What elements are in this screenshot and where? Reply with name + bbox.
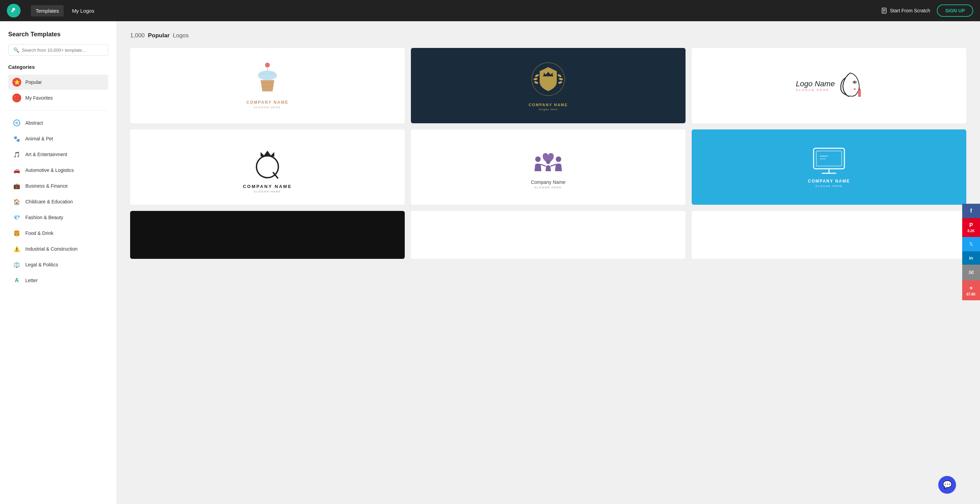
facebook-icon: f [970,208,972,214]
svg-point-16 [533,78,538,81]
industrial-icon: ⚠️ [12,245,21,253]
favorites-label: My Favorites [25,95,53,101]
fashion-icon: 💎 [12,213,21,222]
logo-card-family[interactable]: Company Name SLOGAN HERE [411,129,686,205]
food-label: Food & Drink [25,231,53,236]
results-count: 1,000 [130,32,145,39]
twitter-icon: 𝕏 [969,241,973,247]
queen-graphic [248,141,286,182]
animal-pet-label: Animal & Pet [25,136,53,142]
divider [8,110,108,111]
beauty-slogan: SLOGAN HERE [796,88,829,92]
svg-point-18 [557,74,562,77]
sidebar-item-childcare[interactable]: 🏠 Childcare & Education [8,194,108,209]
linkedin-icon: in [969,256,973,261]
email-icon: ✉ [969,269,974,276]
twitter-share-button[interactable]: 𝕏 [962,237,980,251]
main-content: 1,000 Popular Logos [116,21,980,504]
letter-icon: A [12,276,21,285]
search-icon: 🔍 [13,47,19,53]
family-graphic [528,146,569,178]
sidebar-item-art[interactable]: 🎵 Art & Entertainment [8,147,108,162]
layout: Search Templates 🔍 Categories ⭐ Popular … [0,21,980,504]
sidebar: Search Templates 🔍 Categories ⭐ Popular … [0,21,116,504]
sidebar-item-popular[interactable]: ⭐ Popular [8,75,108,90]
popular-icon: ⭐ [12,78,21,87]
svg-point-28 [546,160,550,164]
more-count: 67.8K [967,293,976,296]
sidebar-item-animal-pet[interactable]: 🐾 Animal & Pet [8,131,108,146]
cupcake-graphic [252,62,283,97]
logo-card-queen[interactable]: COMPANY NAME SLOGAN HERE [130,129,405,205]
signup-button[interactable]: SIGN UP [937,5,973,17]
cupcake-company: COMPANY NAME [247,100,289,105]
svg-marker-24 [858,87,861,90]
sidebar-item-favorites[interactable]: ❤️ My Favorites [8,91,108,105]
shield-slogan: Slogan Here [539,108,557,111]
svg-line-31 [551,164,556,166]
abstract-icon [12,118,21,127]
tech-slogan: SLOGAN HERE [815,184,843,188]
start-scratch-button[interactable]: Start From Scratch [881,8,930,14]
svg-point-8 [265,63,270,67]
more-share-button[interactable]: + 67.8K [962,280,980,300]
svg-line-30 [541,164,546,166]
logo[interactable] [7,4,21,17]
svg-point-20 [558,81,562,84]
search-box[interactable]: 🔍 [8,44,108,56]
sidebar-item-fashion[interactable]: 💎 Fashion & Beauty [8,210,108,225]
header-right: Start From Scratch SIGN UP [881,5,973,17]
results-header: 1,000 Popular Logos [130,32,966,39]
queen-slogan: SLOGAN HERE [254,190,281,193]
sidebar-item-letter[interactable]: A Letter [8,273,108,288]
business-label: Business & Finance [25,183,68,189]
industrial-label: Industrial & Construction [25,246,78,252]
svg-point-7 [16,122,18,124]
sidebar-item-automotive[interactable]: 🚗 Automotive & Logistics [8,163,108,178]
logo-card-tech[interactable]: COMPANY NAME SLOGAN HERE [692,129,966,205]
logo-card-white3[interactable] [692,211,966,259]
family-slogan: SLOGAN HERE [535,186,562,189]
popular-label: Popular [25,79,42,85]
sidebar-item-legal[interactable]: ⚖️ Legal & Politics [8,257,108,272]
automotive-icon: 🚗 [12,166,21,175]
art-icon: 🎵 [12,150,21,159]
cupcake-slogan: SLOGAN HERE [254,106,281,109]
tech-company: COMPANY NAME [808,179,850,183]
facebook-share-button[interactable]: f [962,204,980,218]
svg-point-29 [556,156,561,162]
svg-rect-14 [543,75,554,76]
sidebar-item-industrial[interactable]: ⚠️ Industrial & Construction [8,242,108,256]
logo-card-white2[interactable] [411,211,686,259]
shield-graphic [530,60,567,99]
svg-point-15 [535,74,539,77]
sidebar-title: Search Templates [8,31,108,38]
abstract-label: Abstract [25,120,43,126]
nav-my-logos[interactable]: My Logos [67,5,99,16]
beauty-company: Logo Name [796,79,835,88]
logo-card-cupcake[interactable]: COMPANY NAME SLOGAN HERE [130,48,405,123]
logo-card-beauty[interactable]: Logo Name SLOGAN HERE [692,48,966,123]
fashion-label: Fashion & Beauty [25,215,64,220]
email-share-button[interactable]: ✉ [962,265,980,280]
logo-grid: COMPANY NAME SLOGAN HERE [130,48,966,259]
chat-button[interactable]: 💬 [938,476,956,494]
linkedin-share-button[interactable]: in [962,251,980,265]
pinterest-share-button[interactable]: P 8.2K [962,218,980,237]
queen-company: COMPANY NAME [243,184,292,189]
search-input[interactable] [22,48,103,53]
tech-graphic [810,146,848,179]
sidebar-item-business[interactable]: 💼 Business & Finance [8,178,108,194]
business-icon: 💼 [12,181,21,190]
logo-card-shield[interactable]: COMPANY NAME Slogan Here [411,48,686,123]
sidebar-item-abstract[interactable]: Abstract [8,115,108,130]
svg-point-0 [12,8,15,11]
logo-card-dark1[interactable] [130,211,405,259]
plus-icon: + [969,285,973,292]
chat-icon: 💬 [943,480,952,489]
svg-point-27 [535,156,541,162]
header: Templates My Logos Start From Scratch SI… [0,0,980,21]
letter-label: Letter [25,278,38,283]
sidebar-item-food[interactable]: 🍔 Food & Drink [8,226,108,241]
nav-templates[interactable]: Templates [31,5,64,16]
